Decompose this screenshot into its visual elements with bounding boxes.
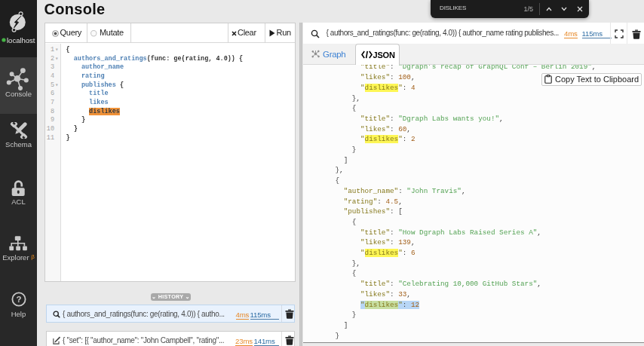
svg-text:?: ?	[16, 295, 21, 304]
